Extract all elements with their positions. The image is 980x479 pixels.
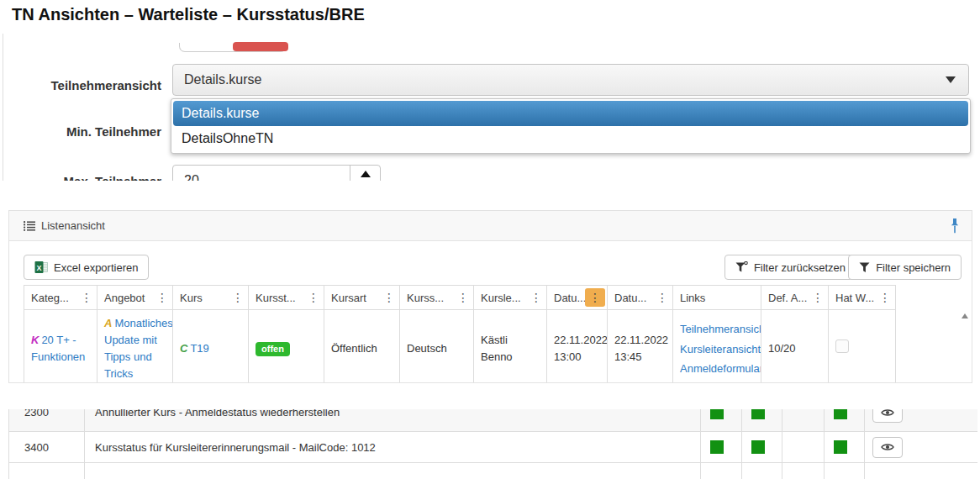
page-title: TN Ansichten – Warteliste – Kursstatus/B… [12,5,365,24]
col-kategorie[interactable]: Kateg...⋮ [24,286,97,310]
preview-button[interactable] [872,437,903,458]
column-menu-icon[interactable]: ⋮ [656,292,668,303]
max-teilnehmer-input[interactable]: 20 [172,165,381,181]
filter-icon [859,262,870,273]
status-flag-icon [834,409,847,419]
cell-hat-warteliste [829,310,896,384]
col-def-anmeldungen[interactable]: Def. A...⋮ [761,286,829,310]
max-teilnehmer-value: 20 [184,173,199,181]
arrow-up-icon [361,171,371,177]
kursstatus-config-table: 2300 Annullierter Kurs - Anmeldestatus w… [8,409,977,479]
flag-cell [701,409,742,432]
filter-save-label: Filter speichern [876,261,951,274]
config-id: 3400 [9,432,85,463]
status-flag-icon [751,409,765,419]
spinner-up-button[interactable] [350,166,380,181]
config-row-clipped: 2300 Annullierter Kurs - Anmeldestatus w… [9,409,978,432]
filter-save-button[interactable]: Filter speichern [848,255,962,280]
warteliste-checkbox[interactable] [835,340,849,353]
max-teilnehmer-label: Max. Teilnehmer [0,174,161,181]
config-row-empty-clipped [9,463,978,479]
column-menu-filtered[interactable]: ⋮ [585,288,605,307]
status-flag-icon [710,409,724,419]
angebot-link[interactable]: Monatliches Update mit Tipps und Tricks [104,317,173,380]
col-datum-bis[interactable]: Datu...⋮ [608,286,673,310]
kurse-grid: Kateg...⋮ Angebot⋮ Kurs⋮ Kursst...⋮ Kurs… [24,285,896,383]
flag-cell [701,432,742,463]
filter-reset-button[interactable]: Filter zurücksetzen [724,255,856,280]
col-hat-warteliste[interactable]: Hat W...⋮ [829,286,896,310]
column-menu-icon[interactable]: ⋮ [879,292,891,303]
listenansicht-panel: Listenansicht X Excel exportieren Filter… [8,210,972,383]
cell-angebot: AMonatliches Update mit Tipps und Tricks [97,310,173,384]
kategorie-link[interactable]: 20 T+ - Funktionen [31,334,85,363]
column-menu-icon[interactable]: ⋮ [457,292,469,303]
col-kurs[interactable]: Kurs⋮ [173,286,249,310]
column-menu-icon[interactable]: ⋮ [308,292,319,303]
anmeldeformular-link[interactable]: Anmeldeformular [680,359,761,378]
flag-cell [825,432,865,463]
excel-export-button[interactable]: X Excel exportieren [24,255,149,280]
grid-header-row: Kateg...⋮ Angebot⋮ Kurs⋮ Kursst...⋮ Kurs… [24,286,896,310]
column-menu-icon[interactable]: ⋮ [530,292,542,303]
cell-kursstatus: offen [249,310,324,384]
cell-def-anmeldungen: 10/20 [761,310,829,384]
grid-vertical-scrollbar[interactable] [959,310,970,382]
cell-kurs: CT19 [173,310,249,384]
col-datum-von[interactable]: Datu...⋮ [547,286,608,310]
form-left-border [3,34,3,181]
status-badge: offen [256,342,290,356]
flag-cell [782,432,825,463]
flag-cell [742,409,782,432]
preview-button[interactable] [872,409,903,423]
status-flag-icon [834,440,847,454]
filter-form: Teilnehmeransicht Details.kurse Details.… [0,34,980,181]
config-description: Annullierter Kurs - Anmeldestatus wieder… [85,409,701,432]
column-menu-icon[interactable]: ⋮ [156,292,168,303]
flag-cell [782,409,825,432]
teilnehmeransicht-label: Teilnehmeransicht [0,78,161,92]
action-cell [865,409,978,432]
cell-datum-bis: 22.11.202213:45 [608,310,673,384]
teilnehmeransicht-link[interactable]: Teilnehmeransicht [680,319,761,339]
col-kursstatus[interactable]: Kursst...⋮ [249,286,324,310]
min-teilnehmer-label: Min. Teilnehmer [0,124,161,139]
config-row: 3400 Kursstatus für Kursleitererinnerung… [9,432,978,463]
col-links[interactable]: Links [673,286,761,310]
kategorie-type-letter: K [31,334,39,346]
grid-data-row: K20 T+ - Funktionen AMonatliches Update … [24,310,896,384]
cell-kursart: Öffentlich [324,310,400,384]
pin-icon [949,218,961,234]
flag-cell [742,432,782,463]
chevron-down-icon [946,76,956,83]
col-kurssprache[interactable]: Kurss...⋮ [400,286,474,310]
filter-reset-label: Filter zurücksetzen [754,261,846,274]
column-menu-icon[interactable]: ⋮ [81,292,92,303]
column-menu-icon[interactable]: ⋮ [383,292,395,303]
dropdown-option-details-ohne-tn[interactable]: DetailsOhneTN [173,126,968,151]
cell-links: Teilnehmeransicht Kursleiteransicht Anme… [673,310,761,384]
numeric-spinner [350,166,380,181]
column-menu-icon[interactable]: ⋮ [232,292,244,303]
config-description: Kursstatus für Kursleitererinnerungsmail… [85,432,701,463]
dropdown-option-details-kurse[interactable]: Details.kurse [173,101,968,126]
eye-icon [881,409,894,417]
angebot-type-letter: A [104,317,112,329]
kurs-link[interactable]: T19 [190,342,208,355]
excel-icon: X [34,261,48,274]
action-cell [865,432,978,463]
svg-text:X: X [36,264,41,272]
column-menu-icon[interactable]: ⋮ [812,292,824,303]
cell-datum-von: 22.11.202213:00 [547,310,608,384]
teilnehmeransicht-select[interactable]: Details.kurse [172,64,969,96]
flag-cell [825,409,865,432]
col-angebot[interactable]: Angebot⋮ [97,286,173,310]
pin-button[interactable] [946,216,963,236]
list-icon [24,221,35,231]
col-kursart[interactable]: Kursart⋮ [324,286,400,310]
config-id: 2300 [9,409,85,432]
kursleiteransicht-link[interactable]: Kursleiteransicht [680,340,761,359]
status-flag-icon [751,440,765,454]
cell-kurssprache: Deutsch [400,310,474,384]
col-kursleiter[interactable]: Kursle...⋮ [474,286,547,310]
